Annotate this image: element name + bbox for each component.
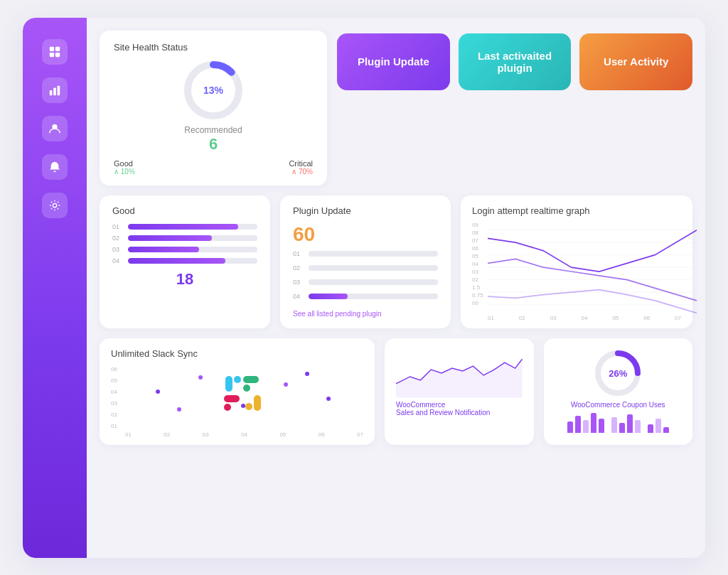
svg-rect-18 bbox=[225, 376, 232, 392]
svg-point-27 bbox=[198, 375, 203, 380]
login-graph-title: Login attempt realtime graph bbox=[472, 205, 681, 216]
woo-sales-label: WooCommerce Sales and Review Notificatio… bbox=[396, 401, 523, 417]
coupon-percent: 26% bbox=[609, 367, 627, 378]
x-axis-login: 01 02 03 04 05 06 07 bbox=[488, 315, 681, 321]
slack-x-axis: 01 02 03 04 05 06 07 bbox=[111, 431, 363, 438]
plugin-row-4: 04 bbox=[293, 293, 438, 300]
good-total: 18 bbox=[112, 270, 257, 289]
svg-rect-3 bbox=[55, 52, 60, 56]
svg-rect-4 bbox=[50, 90, 53, 95]
sidebar-chart-icon[interactable] bbox=[42, 77, 68, 103]
svg-rect-5 bbox=[53, 87, 56, 95]
site-health-title: Site Health Status bbox=[114, 42, 313, 53]
plugin-buttons-area: Plugin Update Last activaited pluigin Us… bbox=[337, 31, 692, 90]
bar-row-3: 03 bbox=[112, 246, 257, 253]
sidebar-user-icon[interactable] bbox=[42, 116, 68, 141]
plugin-update-button[interactable]: Plugin Update bbox=[337, 33, 450, 90]
svg-rect-1 bbox=[55, 46, 60, 50]
bar-fill-2 bbox=[128, 235, 212, 241]
donut-percent: 13% bbox=[203, 85, 223, 96]
bar-row-4: 04 bbox=[112, 257, 257, 264]
svg-rect-22 bbox=[254, 395, 261, 411]
health-critical: Critical ∧ 70% bbox=[289, 159, 313, 176]
good-card: Good 01 02 03 04 bbox=[100, 195, 270, 328]
svg-point-32 bbox=[305, 372, 309, 376]
dashboard-container: Site Health Status 13% Recommended 6 Goo bbox=[23, 18, 705, 558]
slack-logo bbox=[218, 370, 268, 423]
svg-rect-23 bbox=[245, 403, 252, 410]
recommended-label: Recommended bbox=[184, 125, 242, 135]
plugin-row-3: 03 bbox=[293, 279, 438, 286]
slack-card: Unlimited Slack Sync 06 05 04 03 02 01 bbox=[100, 338, 375, 445]
health-row: Good ∧ 10% Critical ∧ 70% bbox=[114, 159, 313, 176]
slack-chart-area bbox=[123, 363, 363, 430]
slack-content: 06 05 04 03 02 01 bbox=[111, 363, 363, 430]
sidebar-settings-icon[interactable] bbox=[42, 193, 68, 218]
good-card-title: Good bbox=[112, 205, 257, 216]
p-bar-bg-1 bbox=[309, 251, 438, 257]
coupon-donut: 26% bbox=[593, 348, 643, 398]
svg-point-30 bbox=[326, 397, 331, 401]
good-bars: 01 02 03 04 bbox=[112, 223, 257, 264]
woo-sales-graph bbox=[396, 348, 523, 398]
plugin-row-1: 01 bbox=[293, 250, 438, 257]
svg-rect-19 bbox=[234, 376, 241, 383]
svg-point-29 bbox=[284, 382, 288, 387]
coupon-label: WooCommerce Coupon Uses bbox=[571, 401, 665, 409]
svg-point-26 bbox=[156, 389, 160, 394]
svg-rect-6 bbox=[58, 85, 60, 95]
svg-rect-24 bbox=[224, 395, 240, 402]
bar-row-1: 01 bbox=[112, 223, 257, 230]
top-row: Site Health Status 13% Recommended 6 Goo bbox=[100, 31, 692, 186]
last-activated-plugin-button[interactable]: Last activaited pluigin bbox=[459, 33, 572, 90]
sidebar-bell-icon[interactable] bbox=[42, 154, 68, 180]
login-graph-card: Login attempt realtime graph 09 08 07 06… bbox=[461, 195, 692, 328]
sidebar bbox=[23, 18, 87, 558]
svg-rect-2 bbox=[50, 52, 54, 56]
p-bar-bg-3 bbox=[309, 279, 438, 285]
site-health-donut: 13% bbox=[181, 58, 245, 122]
svg-rect-0 bbox=[50, 46, 54, 50]
main-content: Site Health Status 13% Recommended 6 Goo bbox=[87, 18, 705, 558]
plugin-row-2: 02 bbox=[293, 264, 438, 272]
sidebar-grid-icon[interactable] bbox=[42, 39, 68, 65]
p-bar-bg-2 bbox=[309, 265, 438, 271]
plugin-link[interactable]: See all listed pending plugin bbox=[293, 310, 438, 318]
health-good: Good ∧ 10% bbox=[114, 159, 135, 176]
site-health-card: Site Health Status 13% Recommended 6 Goo bbox=[100, 31, 327, 186]
bar-fill-3 bbox=[128, 247, 199, 252]
bar-row-2: 02 bbox=[112, 235, 257, 242]
recommended-num: 6 bbox=[209, 135, 218, 154]
bar-bg-1 bbox=[128, 224, 257, 230]
svg-rect-25 bbox=[224, 404, 231, 411]
svg-rect-20 bbox=[243, 376, 259, 383]
plugin-update-card: Plugin Update 60 01 02 03 bbox=[280, 195, 451, 328]
svg-rect-21 bbox=[243, 385, 250, 392]
slack-y-axis: 06 05 04 03 02 01 bbox=[111, 366, 117, 430]
woo-sales-card: WooCommerce Sales and Review Notificatio… bbox=[385, 338, 534, 445]
p-bar-bg-4 bbox=[309, 294, 438, 299]
mid-row: Good 01 02 03 04 bbox=[100, 195, 692, 328]
bar-bg-3 bbox=[128, 247, 257, 252]
bar-fill-1 bbox=[128, 224, 238, 230]
bar-bg-4 bbox=[128, 258, 257, 264]
coupon-bars bbox=[567, 413, 669, 433]
site-health-donut-area: 13% Recommended 6 bbox=[114, 58, 313, 154]
y-axis: 09 08 07 06 05 04 03 02 1.5 0.75 00 bbox=[472, 222, 486, 307]
bar-bg-2 bbox=[128, 235, 257, 241]
coupon-card: 26% WooCommerce Coupon Uses bbox=[544, 338, 693, 445]
plugin-update-card-title: Plugin Update bbox=[293, 205, 438, 216]
slack-title: Unlimited Slack Sync bbox=[111, 348, 363, 359]
svg-point-31 bbox=[177, 407, 181, 412]
bottom-row: Unlimited Slack Sync 06 05 04 03 02 01 bbox=[100, 338, 692, 445]
svg-point-8 bbox=[53, 203, 56, 207]
user-activity-button[interactable]: User Activity bbox=[579, 33, 692, 90]
login-graph-area: 09 08 07 06 05 04 03 02 1.5 0.75 00 bbox=[472, 222, 681, 321]
plugin-count: 60 bbox=[293, 223, 438, 246]
plugin-rows: 01 02 03 04 bbox=[293, 250, 438, 304]
bar-fill-4 bbox=[128, 258, 225, 264]
login-graph-svg bbox=[488, 222, 697, 321]
p-bar-fill-4 bbox=[309, 294, 348, 299]
